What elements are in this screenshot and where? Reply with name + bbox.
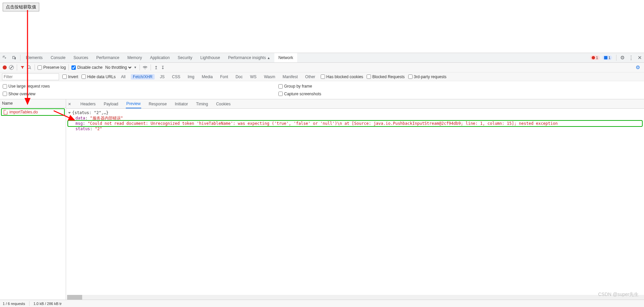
preview-status-line[interactable]: status: "2" [68, 126, 642, 132]
status-requests-count: 1 / 6 requests [3, 302, 25, 306]
network-toolbar: Preserve log Disable cache No throttling… [0, 63, 644, 72]
separator [29, 301, 30, 306]
tab-initiator[interactable]: Initiator [174, 100, 189, 108]
tab-elements[interactable]: Elements [22, 53, 47, 62]
tab-timing[interactable]: Timing [196, 100, 209, 108]
tab-console[interactable]: Console [47, 53, 69, 62]
wifi-icon[interactable] [143, 65, 148, 70]
scrollbar-thumb[interactable] [67, 295, 82, 300]
filter-manifest[interactable]: Manifest [280, 74, 300, 80]
separator [20, 55, 20, 61]
search-icon[interactable] [26, 65, 32, 70]
preview-body[interactable]: {status: "2",…} data: "服务器内部错误" msg: "Co… [66, 109, 644, 302]
preview-data-line[interactable]: data: "服务器内部错误" [68, 115, 642, 121]
filter-toggle-icon[interactable] [20, 65, 25, 70]
record-dot-icon [3, 65, 7, 69]
filter-wasm[interactable]: Wasm [262, 74, 277, 80]
watermark: CSDN @super先生 [598, 292, 639, 298]
separator [151, 64, 151, 70]
invert-checkbox[interactable]: Invert [62, 74, 78, 79]
large-rows-checkbox[interactable]: Use large request rows [3, 84, 262, 89]
separator [35, 64, 35, 70]
tab-sources[interactable]: Sources [69, 53, 92, 62]
get-value-button[interactable]: 点击按钮获取值 [3, 3, 39, 11]
show-overview-checkbox[interactable]: Show overview [3, 92, 262, 96]
ban-icon [9, 65, 14, 70]
request-list-pane: Name importTables.do [0, 99, 66, 302]
filter-doc[interactable]: Doc [233, 74, 245, 80]
tab-preview[interactable]: Preview [126, 100, 142, 108]
devtools-panel: Elements Console Sources Performance Mem… [0, 53, 644, 302]
tab-headers[interactable]: Headers [80, 100, 96, 108]
devtools-status-bar: 1 / 6 requests 1.0 kB / 286 kB tr [0, 300, 644, 307]
separator [17, 64, 17, 70]
separator [68, 64, 69, 70]
record-button[interactable] [2, 65, 7, 69]
filter-media[interactable]: Media [200, 74, 215, 80]
tab-memory[interactable]: Memory [123, 53, 146, 62]
request-detail-tabs: × Headers Payload Preview Response Initi… [66, 99, 644, 109]
filter-js[interactable]: JS [158, 74, 167, 80]
close-details-icon[interactable]: × [68, 101, 71, 107]
filter-input[interactable] [2, 73, 59, 80]
settings-icon[interactable]: ⚙ [618, 53, 627, 62]
document-icon [4, 110, 7, 114]
tab-performance[interactable]: Performance [92, 53, 123, 62]
filter-css[interactable]: CSS [170, 74, 182, 80]
error-count-badge[interactable]: 1 [590, 55, 600, 60]
blocked-requests-checkbox[interactable]: Blocked Requests [367, 74, 405, 79]
disable-cache-checkbox[interactable]: Disable cache [71, 65, 102, 70]
download-icon[interactable]: ↧ [160, 65, 166, 70]
separator [616, 55, 616, 61]
separator [140, 64, 140, 70]
preview-msg-line[interactable]: msg: "Could not read document: Unrecogni… [68, 121, 642, 126]
close-devtools-icon[interactable]: ✕ [635, 53, 644, 62]
filter-img[interactable]: Img [185, 74, 196, 80]
filter-all[interactable]: All [119, 74, 127, 80]
filter-fetch-xhr[interactable]: Fetch/XHR [131, 74, 155, 80]
message-count-badge[interactable]: 1 [602, 55, 612, 60]
upload-icon[interactable]: ↥ [154, 65, 159, 70]
capture-screenshots-checkbox[interactable]: Capture screenshots [278, 92, 321, 96]
network-options-bar: Use large request rows Show overview Gro… [0, 81, 644, 99]
name-column-header[interactable]: Name [0, 99, 66, 108]
tab-lighthouse[interactable]: Lighthouse [196, 53, 224, 62]
request-row-importtables[interactable]: importTables.do [1, 108, 65, 116]
device-toggle-icon[interactable] [9, 53, 19, 62]
tab-cookies[interactable]: Cookies [215, 100, 231, 108]
triangle-open-icon[interactable] [68, 112, 71, 114]
devtools-tabs: Elements Console Sources Performance Mem… [0, 53, 644, 63]
horizontal-scrollbar[interactable] [67, 295, 644, 300]
request-detail-pane: × Headers Payload Preview Response Initi… [66, 99, 644, 302]
tab-performance-insights[interactable]: Performance insights ▲ [224, 53, 274, 62]
request-name-text: importTables.do [9, 110, 38, 114]
tab-security[interactable]: Security [174, 53, 196, 62]
status-transfer-size: 1.0 kB / 286 kB tr [34, 302, 62, 306]
message-square-icon [604, 56, 607, 59]
third-party-checkbox[interactable]: 3rd-party requests [408, 74, 446, 79]
tab-payload[interactable]: Payload [103, 100, 119, 108]
preserve-log-checkbox[interactable]: Preserve log [38, 65, 66, 70]
error-dot-icon [592, 56, 595, 59]
clear-button[interactable] [9, 65, 14, 70]
group-by-frame-checkbox[interactable]: Group by frame [278, 84, 321, 89]
preview-root-line[interactable]: {status: "2",…} [68, 110, 642, 115]
hide-data-urls-checkbox[interactable]: Hide data URLs [82, 74, 116, 79]
throttling-select[interactable]: No throttling [104, 65, 132, 70]
inspect-icon[interactable] [0, 53, 9, 62]
tab-network[interactable]: Network [274, 53, 297, 62]
filter-ws[interactable]: WS [248, 74, 259, 80]
network-filter-bar: Invert Hide data URLs All Fetch/XHR JS C… [0, 72, 644, 81]
page-content: 点击按钮获取值 [0, 0, 644, 54]
filter-other[interactable]: Other [303, 74, 317, 80]
tab-application[interactable]: Application [146, 53, 174, 62]
network-settings-icon[interactable]: ⚙ [633, 63, 642, 72]
tab-response[interactable]: Response [148, 100, 167, 108]
network-split-pane: Name importTables.do × Headers Payload P… [0, 99, 644, 302]
more-icon[interactable]: ⋮ [627, 53, 635, 62]
blocked-cookies-checkbox[interactable]: Has blocked cookies [321, 74, 363, 79]
filter-font[interactable]: Font [218, 74, 230, 80]
